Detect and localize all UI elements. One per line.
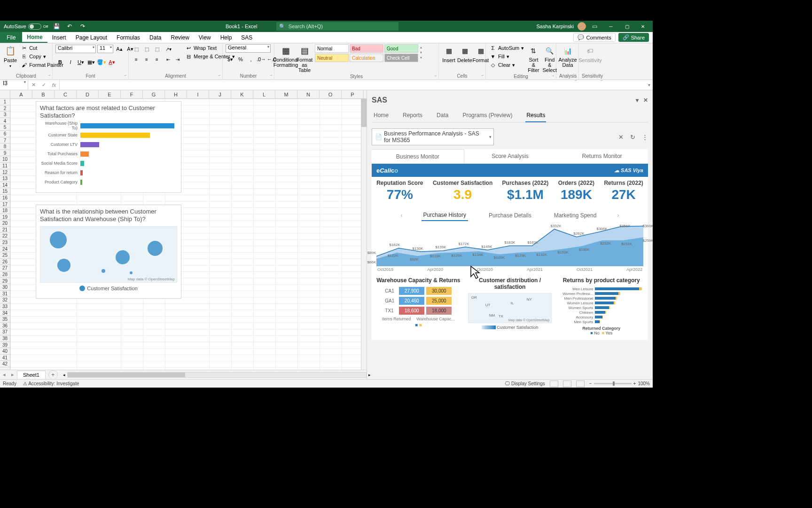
row-header[interactable]: 12 [0, 169, 10, 176]
row-header[interactable]: 23 [0, 239, 10, 246]
enter-formula-button[interactable]: ✓ [39, 80, 49, 90]
row-header[interactable]: 38 [0, 335, 10, 342]
subtab-next[interactable]: › [617, 212, 619, 219]
row-header[interactable]: 11 [0, 163, 10, 169]
display-settings-button[interactable]: 🖵 Display Settings [505, 381, 545, 386]
pane-options-button[interactable]: ▾ [636, 97, 639, 103]
subtab-prev[interactable]: ‹ [401, 212, 403, 219]
add-sheet-button[interactable]: + [48, 370, 58, 380]
autosum-button[interactable]: ΣAutoSum ▾ [489, 44, 525, 52]
select-all-corner[interactable] [0, 90, 10, 98]
tab-insert[interactable]: Insert [47, 32, 71, 43]
column-header[interactable]: L [253, 90, 275, 98]
border-button[interactable]: ▦▾ [86, 57, 96, 67]
cell-styles-gallery[interactable]: Normal Bad Good Neutral Calculation Chec… [315, 44, 418, 62]
align-top-button[interactable]: ⬚ [132, 44, 141, 54]
font-name-selector[interactable]: Calibri [55, 45, 96, 53]
undo-icon[interactable]: ↶ [65, 22, 74, 31]
row-header[interactable]: 1 [0, 99, 10, 105]
minimize-button[interactable]: ─ [603, 21, 619, 32]
number-format-selector[interactable]: General [226, 44, 271, 53]
row-header[interactable]: 18 [0, 207, 10, 214]
sas-tab-data[interactable]: Data [436, 109, 449, 122]
column-header[interactable]: H [165, 90, 187, 98]
column-header[interactable]: F [121, 90, 143, 98]
column-header[interactable]: P [342, 90, 364, 98]
zoom-out-button[interactable]: − [589, 381, 592, 386]
sheet-nav-next[interactable]: ▸ [8, 372, 17, 378]
subtab-marketing-spend[interactable]: Marketing Spend [552, 210, 599, 221]
row-header[interactable]: 32 [0, 297, 10, 303]
monitor-tab-returns[interactable]: Returns Monitor [556, 149, 648, 164]
sheet-tab-sheet1[interactable]: Sheet1 [17, 371, 46, 379]
tab-file[interactable]: File [0, 32, 22, 43]
indent-decrease-button[interactable]: ⇤ [164, 55, 173, 64]
report-close-button[interactable]: ✕ [618, 134, 624, 141]
insert-cells-button[interactable]: ▦Insert [442, 44, 456, 64]
column-header[interactable]: I [187, 90, 209, 98]
maximize-button[interactable]: ▢ [619, 21, 635, 32]
sheet-nav-prev[interactable]: ◂ [0, 372, 8, 378]
font-size-selector[interactable]: 11 [97, 45, 113, 53]
row-header[interactable]: 21 [0, 227, 10, 233]
name-box[interactable]: I3 [0, 80, 28, 90]
sensitivity-button[interactable]: 🏷Sensitivity [582, 44, 599, 64]
row-header[interactable]: 20 [0, 220, 10, 227]
embedded-chart-map[interactable]: What is the relationship between Custome… [36, 205, 181, 299]
zoom-slider[interactable] [594, 383, 632, 384]
row-header[interactable]: 15 [0, 188, 10, 195]
purchase-history-chart[interactable]: $89K$162K$130K$139K$172K$145K$183K$183K$… [372, 224, 648, 266]
vertical-scrollbar[interactable] [361, 99, 367, 370]
column-header[interactable]: D [77, 90, 99, 98]
autosave-toggle[interactable]: AutoSave Off [4, 24, 48, 30]
zoom-level[interactable]: 100% [638, 381, 650, 386]
paste-button[interactable]: 📋Paste▾ [3, 44, 18, 69]
monitor-tab-score[interactable]: Score Analysis [464, 149, 556, 164]
tab-sas[interactable]: SAS [236, 32, 257, 43]
analyze-data-button[interactable]: 📊Analyze Data [559, 44, 576, 69]
align-center-button[interactable]: ≡ [142, 55, 151, 64]
row-header[interactable]: 35 [0, 316, 10, 323]
sas-tab-home[interactable]: Home [373, 109, 390, 122]
clear-button[interactable]: ◇Clear ▾ [489, 61, 525, 69]
tab-help[interactable]: Help [216, 32, 237, 43]
comments-button[interactable]: 💬 Comments [573, 33, 615, 42]
align-middle-button[interactable]: ⬚ [142, 44, 151, 54]
align-right-button[interactable]: ≡ [152, 55, 162, 64]
column-header[interactable]: B [32, 90, 55, 98]
row-header[interactable]: 42 [0, 361, 10, 367]
row-header[interactable]: 26 [0, 259, 10, 265]
row-header[interactable]: 40 [0, 348, 10, 355]
row-header[interactable]: 41 [0, 355, 10, 361]
fill-button[interactable]: ▼Fill ▾ [489, 53, 525, 60]
normal-view-button[interactable] [550, 381, 558, 387]
column-header[interactable]: M [275, 90, 297, 98]
row-header[interactable]: 19 [0, 214, 10, 221]
column-headers[interactable]: ABCDEFGHIJKLMNOP [0, 90, 367, 99]
column-header[interactable]: J [209, 90, 231, 98]
insert-function-button[interactable]: fx [49, 80, 59, 90]
redo-icon[interactable]: ↷ [78, 22, 87, 31]
row-header[interactable]: 29 [0, 278, 10, 285]
row-header[interactable]: 24 [0, 246, 10, 253]
subtab-purchase-history[interactable]: Purchase History [422, 210, 468, 221]
row-header[interactable]: 36 [0, 323, 10, 329]
row-header[interactable]: 7 [0, 137, 10, 144]
row-header[interactable]: 13 [0, 175, 10, 182]
row-header[interactable]: 30 [0, 284, 10, 291]
find-select-button[interactable]: 🔍Find & Select [542, 44, 557, 74]
tab-data[interactable]: Data [145, 32, 166, 43]
delete-cells-button[interactable]: ▦Delete [458, 44, 472, 64]
row-headers[interactable]: 1234567891011121314151617181920212223242… [0, 99, 10, 370]
pane-close-button[interactable]: ✕ [643, 97, 648, 103]
row-header[interactable]: 39 [0, 342, 10, 349]
sas-tab-programs[interactable]: Programs (Preview) [461, 109, 513, 122]
row-header[interactable]: 10 [0, 156, 10, 163]
align-bottom-button[interactable]: ⬚ [152, 44, 162, 54]
sort-filter-button[interactable]: ⇅Sort & Filter [527, 44, 540, 74]
indent-increase-button[interactable]: ⇥ [173, 55, 182, 64]
row-header[interactable]: 2 [0, 105, 10, 112]
column-header[interactable]: O [320, 90, 342, 98]
save-icon[interactable]: 💾 [52, 22, 61, 31]
bold-button[interactable]: B [55, 57, 65, 67]
